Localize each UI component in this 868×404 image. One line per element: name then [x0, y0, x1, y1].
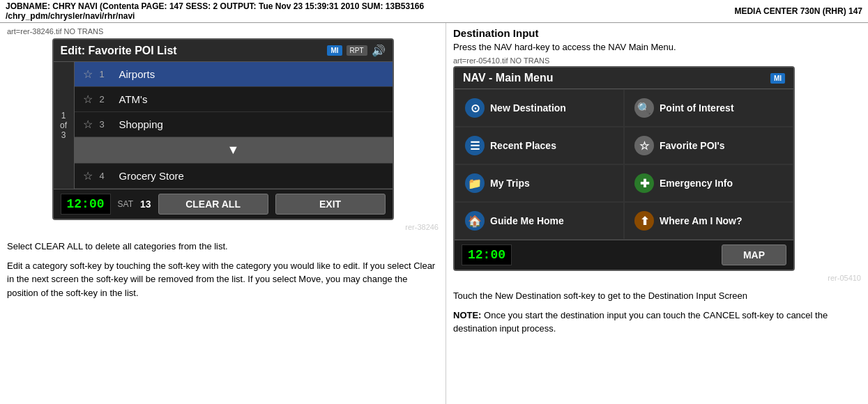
poi-name-1: Airports [119, 68, 384, 80]
poi-item-1[interactable]: ☆ 1 Airports [75, 62, 393, 87]
nav-button-grid: ⊙ New Destination 🔍 Point of Interest ☰ … [455, 89, 793, 240]
emergency-info-label: Emergency Info [660, 178, 733, 189]
poi-item-4[interactable]: ☆ 4 Grocery Store [75, 164, 393, 189]
left-text: Select CLEAR ALL to delete all categorie… [7, 240, 439, 300]
poi-scroll-indicator[interactable]: ▼ [75, 137, 393, 164]
map-button[interactable]: MAP [722, 244, 786, 265]
poi-item-3[interactable]: ☆ 3 Shopping [75, 112, 393, 137]
scroll-down-icon: ▼ [227, 143, 240, 157]
right-text: Touch the New Destination soft-key to ge… [453, 289, 861, 336]
favorite-pois-icon: ☆ [634, 136, 654, 155]
art-label-left: art=rer-38246.tif NO TRANS [7, 27, 439, 36]
header: JOBNAME: CHRY NAVI (Contenta PAGE: 147 S… [0, 0, 868, 23]
sat-label: SAT [118, 199, 133, 209]
poi-num-2: 2 [100, 94, 112, 104]
time-display-left: 12:00 [61, 194, 111, 215]
favorite-pois-label: Favorite POI's [660, 140, 725, 151]
star-icon-2: ☆ [83, 93, 93, 106]
nav-footer: 12:00 MAP [455, 240, 793, 270]
header-page-info: MEDIA CENTER 730N (RHR) 147 [734, 6, 862, 16]
new-destination-button[interactable]: ⊙ New Destination [455, 89, 624, 127]
destination-input-subtitle: Press the NAV hard-key to access the NAV… [453, 42, 861, 52]
nav-mi-badge: MI [770, 73, 785, 84]
new-destination-label: New Destination [490, 102, 566, 114]
emergency-info-button[interactable]: ✚ Emergency Info [624, 164, 793, 202]
exit-button[interactable]: EXIT [275, 194, 386, 215]
poi-header-icons: MI RPT 🔊 [327, 44, 385, 57]
guide-me-home-label: Guide Me Home [490, 215, 564, 226]
left-column: art=rer-38246.tif NO TRANS Edit: Favorit… [0, 23, 446, 404]
poi-num-4: 4 [100, 171, 112, 181]
poi-body: 1 of 3 ☆ 1 Airports ☆ 2 ATM's [54, 62, 393, 189]
left-para-1: Select CLEAR ALL to delete all categorie… [7, 240, 439, 254]
where-am-i-now-label: Where Am I Now? [660, 215, 743, 226]
recent-places-button[interactable]: ☰ Recent Places [455, 127, 624, 164]
art-label-right: art=rer-05410.tif NO TRANS [453, 56, 861, 65]
poi-name-4: Grocery Store [119, 170, 384, 182]
speaker-icon: 🔊 [372, 44, 386, 57]
page-indicator: 1 of 3 [54, 62, 75, 189]
my-trips-button[interactable]: 📁 My Trips [455, 164, 624, 202]
where-am-i-now-button[interactable]: ⬆ Where Am I Now? [624, 202, 793, 240]
nav-screen-header: NAV - Main Menu MI [455, 68, 793, 89]
star-icon-4: ☆ [83, 169, 93, 182]
right-column: Destination Input Press the NAV hard-key… [446, 23, 868, 404]
right-para-1: Touch the New Destination soft-key to ge… [453, 289, 861, 303]
time-display-nav: 12:00 [462, 244, 512, 265]
star-icon-1: ☆ [83, 68, 93, 81]
poi-list: ☆ 1 Airports ☆ 2 ATM's ☆ 3 Shopping [75, 62, 393, 189]
nav-screen-title: NAV - Main Menu [463, 72, 553, 84]
page-num: 1 [61, 111, 66, 121]
new-destination-icon: ⊙ [465, 98, 485, 118]
left-para-2: Edit a category soft-key by touching the… [7, 259, 439, 300]
poi-footer: 12:00 SAT 13 CLEAR ALL EXIT [54, 189, 393, 219]
sat-num: 13 [140, 199, 151, 210]
rpt-badge: RPT [347, 45, 367, 56]
guide-me-home-button[interactable]: 🏠 Guide Me Home [455, 202, 624, 240]
star-icon-3: ☆ [83, 118, 93, 131]
nav-screen: NAV - Main Menu MI ⊙ New Destination 🔍 P… [453, 66, 795, 271]
rer-label-left: rer-38246 [7, 223, 439, 231]
mi-badge: MI [327, 45, 342, 56]
point-of-interest-label: Point of Interest [660, 102, 734, 114]
poi-screen-title: Edit: Favorite POI List [61, 45, 177, 57]
header-jobname: JOBNAME: CHRY NAVI (Contenta PAGE: 147 S… [6, 1, 424, 21]
poi-num-1: 1 [100, 69, 112, 79]
point-of-interest-icon: 🔍 [634, 98, 654, 118]
recent-places-icon: ☰ [465, 136, 485, 155]
poi-name-3: Shopping [119, 118, 384, 130]
poi-num-3: 3 [100, 119, 112, 130]
note-label: NOTE: [453, 310, 481, 320]
poi-item-2[interactable]: ☆ 2 ATM's [75, 87, 393, 112]
clear-all-button[interactable]: CLEAR ALL [158, 194, 268, 215]
destination-input-heading: Destination Input [453, 27, 861, 39]
right-para-2-text: Once you start the destination input you… [453, 310, 828, 334]
rer-label-right: rer-05410 [453, 274, 861, 282]
recent-places-label: Recent Places [490, 140, 556, 151]
guide-me-home-icon: 🏠 [465, 211, 485, 231]
right-para-2: NOTE: Once you start the destination inp… [453, 309, 861, 336]
point-of-interest-button[interactable]: 🔍 Point of Interest [624, 89, 793, 127]
poi-name-2: ATM's [119, 93, 384, 105]
where-am-i-now-icon: ⬆ [634, 211, 654, 231]
favorite-pois-button[interactable]: ☆ Favorite POI's [624, 127, 793, 164]
emergency-info-icon: ✚ [634, 173, 654, 193]
main-content: art=rer-38246.tif NO TRANS Edit: Favorit… [0, 23, 868, 404]
my-trips-icon: 📁 [465, 173, 485, 193]
poi-screen: Edit: Favorite POI List MI RPT 🔊 1 of 3 [52, 38, 394, 220]
page-of: of [60, 121, 67, 130]
poi-screen-header: Edit: Favorite POI List MI RPT 🔊 [54, 40, 393, 62]
page-total: 3 [61, 130, 66, 140]
my-trips-label: My Trips [490, 178, 530, 189]
